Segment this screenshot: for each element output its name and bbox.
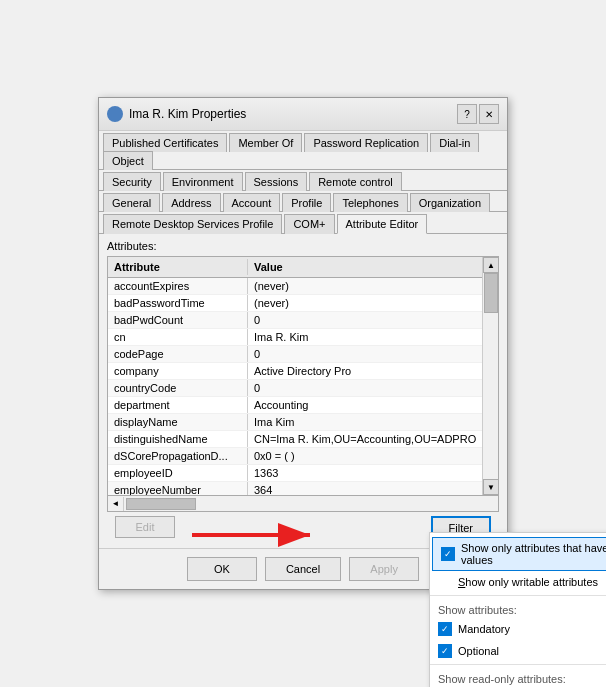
- popup-item-writable[interactable]: Show only writable attributes: [430, 571, 606, 593]
- attr-name: countryCode: [108, 380, 248, 396]
- popup-item-label: Mandatory: [458, 623, 510, 635]
- col-header-attribute: Attribute: [108, 259, 248, 275]
- tab-security[interactable]: Security: [103, 172, 161, 191]
- table-row[interactable]: employeeNumber 364: [108, 482, 498, 496]
- attr-name: employeeID: [108, 465, 248, 481]
- apply-button[interactable]: Apply: [349, 557, 419, 581]
- scroll-thumb[interactable]: [484, 273, 498, 313]
- tab-general[interactable]: General: [103, 193, 160, 212]
- table-row[interactable]: distinguishedName CN=Ima R. Kim,OU=Accou…: [108, 431, 498, 448]
- tabs-container: Published Certificates Member Of Passwor…: [99, 131, 507, 234]
- tab-address[interactable]: Address: [162, 193, 220, 212]
- tab-remote-control[interactable]: Remote control: [309, 172, 402, 191]
- attr-value: 0x0 = ( ): [248, 448, 498, 464]
- col-header-value: Value: [248, 259, 498, 275]
- tab-row-3: General Address Account Profile Telephon…: [99, 191, 507, 212]
- table-row[interactable]: countryCode 0: [108, 380, 498, 397]
- cancel-button[interactable]: Cancel: [265, 557, 341, 581]
- no-check-icon: [438, 575, 452, 589]
- attr-value: CN=Ima R. Kim,OU=Accounting,OU=ADPRO: [248, 431, 498, 447]
- scroll-down-arrow[interactable]: ▼: [483, 479, 499, 495]
- close-button[interactable]: ✕: [479, 104, 499, 124]
- tab-environment[interactable]: Environment: [163, 172, 243, 191]
- table-row[interactable]: company Active Directory Pro: [108, 363, 498, 380]
- check-icon: ✓: [438, 644, 452, 658]
- tab-published-certificates[interactable]: Published Certificates: [103, 133, 227, 152]
- separator: [430, 595, 606, 596]
- title-bar-left: Ima R. Kim Properties: [107, 106, 246, 122]
- horizontal-scrollbar[interactable]: ◄: [107, 496, 499, 512]
- attr-name: distinguishedName: [108, 431, 248, 447]
- attr-name: department: [108, 397, 248, 413]
- tab-organization[interactable]: Organization: [410, 193, 490, 212]
- attributes-label: Attributes:: [107, 240, 499, 252]
- attr-name: company: [108, 363, 248, 379]
- check-icon: ✓: [438, 622, 452, 636]
- main-dialog: Ima R. Kim Properties ? ✕ Published Cert…: [98, 97, 508, 590]
- h-scroll-thumb[interactable]: [126, 498, 196, 510]
- table-row[interactable]: badPwdCount 0: [108, 312, 498, 329]
- tab-object[interactable]: Object: [103, 151, 153, 170]
- attr-value: Active Directory Pro: [248, 363, 498, 379]
- attr-value: 364: [248, 482, 498, 496]
- popup-item-mandatory[interactable]: ✓ Mandatory: [430, 618, 606, 640]
- tab-com-plus[interactable]: COM+: [284, 214, 334, 234]
- attributes-box: Attribute Value accountExpires (never) b…: [107, 256, 499, 496]
- table-row[interactable]: codePage 0: [108, 346, 498, 363]
- edit-button[interactable]: Edit: [115, 516, 175, 538]
- tab-dial-in[interactable]: Dial-in: [430, 133, 479, 152]
- tab-row-2: Security Environment Sessions Remote con…: [99, 170, 507, 191]
- filter-popup: ✓ Show only attributes that have values …: [429, 532, 606, 687]
- attr-name: dSCorePropagationD...: [108, 448, 248, 464]
- attr-name: cn: [108, 329, 248, 345]
- popup-item-has-values[interactable]: ✓ Show only attributes that have values: [432, 537, 606, 571]
- popup-item-label: Show only attributes that have values: [461, 542, 606, 566]
- attr-name: badPwdCount: [108, 312, 248, 328]
- separator: [430, 664, 606, 665]
- tab-sessions[interactable]: Sessions: [245, 172, 308, 191]
- dialog-icon: [107, 106, 123, 122]
- popup-item-optional[interactable]: ✓ Optional: [430, 640, 606, 662]
- show-readonly-label: Show read-only attributes:: [430, 667, 606, 687]
- content-area: Attributes: Attribute Value accountExpir…: [99, 234, 507, 548]
- table-row[interactable]: accountExpires (never): [108, 278, 498, 295]
- scroll-up-arrow[interactable]: ▲: [483, 257, 499, 273]
- check-icon: ✓: [441, 547, 455, 561]
- vertical-scrollbar[interactable]: ▲ ▼: [482, 257, 498, 495]
- help-button[interactable]: ?: [457, 104, 477, 124]
- attr-name: badPasswordTime: [108, 295, 248, 311]
- scroll-left-arrow[interactable]: ◄: [108, 497, 124, 511]
- tab-telephones[interactable]: Telephones: [333, 193, 407, 212]
- dialog-title: Ima R. Kim Properties: [129, 107, 246, 121]
- ok-button[interactable]: OK: [187, 557, 257, 581]
- table-row[interactable]: cn Ima R. Kim: [108, 329, 498, 346]
- tab-account[interactable]: Account: [223, 193, 281, 212]
- arrow-indicator: [192, 520, 322, 552]
- tab-attribute-editor[interactable]: Attribute Editor: [337, 214, 428, 234]
- attr-name: displayName: [108, 414, 248, 430]
- tab-row-4: Remote Desktop Services Profile COM+ Att…: [99, 212, 507, 234]
- attr-name: accountExpires: [108, 278, 248, 294]
- attr-value: (never): [248, 278, 498, 294]
- show-attributes-label: Show attributes:: [430, 598, 606, 618]
- table-row[interactable]: employeeID 1363: [108, 465, 498, 482]
- attr-value: 0: [248, 312, 498, 328]
- tab-profile[interactable]: Profile: [282, 193, 331, 212]
- title-bar-buttons: ? ✕: [457, 104, 499, 124]
- tab-member-of[interactable]: Member Of: [229, 133, 302, 152]
- attr-value: 0: [248, 346, 498, 362]
- table-row[interactable]: dSCorePropagationD... 0x0 = ( ): [108, 448, 498, 465]
- attr-value: 1363: [248, 465, 498, 481]
- tab-remote-desktop[interactable]: Remote Desktop Services Profile: [103, 214, 282, 234]
- attr-name: codePage: [108, 346, 248, 362]
- attr-value: Ima Kim: [248, 414, 498, 430]
- popup-item-label: Show only writable attributes: [458, 576, 598, 588]
- tab-password-replication[interactable]: Password Replication: [304, 133, 428, 152]
- table-row[interactable]: badPasswordTime (never): [108, 295, 498, 312]
- table-row[interactable]: department Accounting: [108, 397, 498, 414]
- title-bar: Ima R. Kim Properties ? ✕: [99, 98, 507, 131]
- attr-value: Ima R. Kim: [248, 329, 498, 345]
- table-row[interactable]: displayName Ima Kim: [108, 414, 498, 431]
- tab-row-1: Published Certificates Member Of Passwor…: [99, 131, 507, 170]
- attr-value: 0: [248, 380, 498, 396]
